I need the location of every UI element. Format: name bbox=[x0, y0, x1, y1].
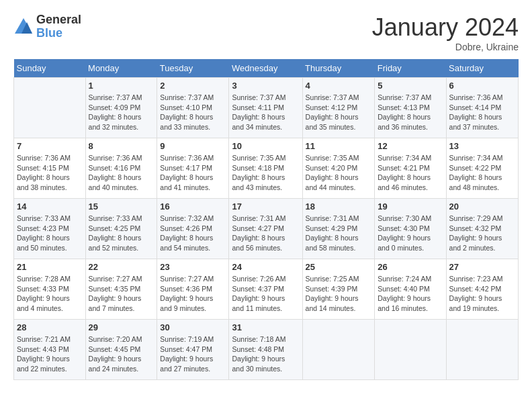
calendar-week-row: 7Sunrise: 7:36 AM Sunset: 4:15 PM Daylig… bbox=[14, 138, 519, 199]
table-row: 11Sunrise: 7:35 AM Sunset: 4:20 PM Dayli… bbox=[302, 138, 375, 199]
day-number: 21 bbox=[17, 262, 83, 272]
day-number: 20 bbox=[449, 201, 515, 212]
day-number: 9 bbox=[160, 141, 226, 151]
day-info: Sunrise: 7:36 AM Sunset: 4:14 PM Dayligh… bbox=[449, 93, 515, 132]
day-info: Sunrise: 7:24 AM Sunset: 4:40 PM Dayligh… bbox=[378, 274, 443, 314]
calendar-header-row: Sunday Monday Tuesday Wednesday Thursday… bbox=[14, 59, 519, 78]
table-row: 6Sunrise: 7:36 AM Sunset: 4:14 PM Daylig… bbox=[446, 78, 518, 138]
location: Dobre, Ukraine bbox=[372, 42, 519, 52]
day-number: 30 bbox=[160, 322, 226, 332]
day-number: 2 bbox=[160, 81, 226, 91]
table-row: 22Sunrise: 7:27 AM Sunset: 4:35 PM Dayli… bbox=[85, 259, 157, 320]
table-row: 23Sunrise: 7:27 AM Sunset: 4:36 PM Dayli… bbox=[157, 259, 229, 320]
table-row: 17Sunrise: 7:31 AM Sunset: 4:27 PM Dayli… bbox=[229, 199, 302, 259]
day-number: 28 bbox=[17, 322, 83, 332]
day-number: 15 bbox=[89, 201, 154, 212]
day-number: 27 bbox=[449, 262, 515, 272]
day-info: Sunrise: 7:36 AM Sunset: 4:15 PM Dayligh… bbox=[17, 153, 83, 193]
day-number: 18 bbox=[306, 201, 372, 212]
table-row: 15Sunrise: 7:33 AM Sunset: 4:25 PM Dayli… bbox=[85, 199, 157, 259]
month-title: January 2024 bbox=[372, 13, 519, 42]
day-info: Sunrise: 7:21 AM Sunset: 4:43 PM Dayligh… bbox=[17, 334, 83, 374]
day-info: Sunrise: 7:34 AM Sunset: 4:22 PM Dayligh… bbox=[449, 153, 515, 193]
day-number: 3 bbox=[232, 81, 299, 91]
day-number: 6 bbox=[449, 81, 515, 91]
table-row: 10Sunrise: 7:35 AM Sunset: 4:18 PM Dayli… bbox=[229, 138, 302, 199]
logo: General Blue bbox=[13, 13, 81, 40]
day-number: 31 bbox=[232, 322, 299, 332]
table-row: 13Sunrise: 7:34 AM Sunset: 4:22 PM Dayli… bbox=[446, 138, 518, 199]
table-row: 21Sunrise: 7:28 AM Sunset: 4:33 PM Dayli… bbox=[14, 259, 86, 320]
table-row: 27Sunrise: 7:23 AM Sunset: 4:42 PM Dayli… bbox=[446, 259, 518, 320]
table-row: 12Sunrise: 7:34 AM Sunset: 4:21 PM Dayli… bbox=[375, 138, 446, 199]
day-info: Sunrise: 7:29 AM Sunset: 4:32 PM Dayligh… bbox=[449, 214, 515, 253]
day-info: Sunrise: 7:28 AM Sunset: 4:33 PM Dayligh… bbox=[17, 274, 83, 314]
day-info: Sunrise: 7:37 AM Sunset: 4:12 PM Dayligh… bbox=[306, 93, 372, 132]
day-info: Sunrise: 7:32 AM Sunset: 4:26 PM Dayligh… bbox=[160, 214, 226, 253]
logo-icon bbox=[13, 17, 34, 37]
table-row bbox=[302, 320, 375, 380]
day-info: Sunrise: 7:33 AM Sunset: 4:23 PM Dayligh… bbox=[17, 214, 83, 253]
day-info: Sunrise: 7:19 AM Sunset: 4:47 PM Dayligh… bbox=[160, 334, 226, 374]
table-row: 25Sunrise: 7:25 AM Sunset: 4:39 PM Dayli… bbox=[302, 259, 375, 320]
day-info: Sunrise: 7:30 AM Sunset: 4:30 PM Dayligh… bbox=[378, 214, 443, 253]
col-friday: Friday bbox=[375, 59, 446, 78]
day-info: Sunrise: 7:37 AM Sunset: 4:11 PM Dayligh… bbox=[232, 93, 299, 132]
col-wednesday: Wednesday bbox=[229, 59, 302, 78]
day-info: Sunrise: 7:34 AM Sunset: 4:21 PM Dayligh… bbox=[378, 153, 443, 193]
day-number: 1 bbox=[89, 81, 154, 91]
day-number: 16 bbox=[160, 201, 226, 212]
calendar-week-row: 21Sunrise: 7:28 AM Sunset: 4:33 PM Dayli… bbox=[14, 259, 519, 320]
day-info: Sunrise: 7:35 AM Sunset: 4:20 PM Dayligh… bbox=[306, 153, 372, 193]
day-info: Sunrise: 7:33 AM Sunset: 4:25 PM Dayligh… bbox=[89, 214, 154, 253]
logo-general: General bbox=[36, 13, 81, 27]
day-info: Sunrise: 7:36 AM Sunset: 4:17 PM Dayligh… bbox=[160, 153, 226, 193]
table-row bbox=[375, 320, 446, 380]
calendar-week-row: 28Sunrise: 7:21 AM Sunset: 4:43 PM Dayli… bbox=[14, 320, 519, 380]
day-info: Sunrise: 7:26 AM Sunset: 4:37 PM Dayligh… bbox=[232, 274, 299, 314]
day-number: 17 bbox=[232, 201, 299, 212]
day-info: Sunrise: 7:31 AM Sunset: 4:29 PM Dayligh… bbox=[306, 214, 372, 253]
col-tuesday: Tuesday bbox=[157, 59, 229, 78]
col-sunday: Sunday bbox=[14, 59, 86, 78]
table-row: 30Sunrise: 7:19 AM Sunset: 4:47 PM Dayli… bbox=[157, 320, 229, 380]
table-row: 2Sunrise: 7:37 AM Sunset: 4:10 PM Daylig… bbox=[157, 78, 229, 138]
table-row: 4Sunrise: 7:37 AM Sunset: 4:12 PM Daylig… bbox=[302, 78, 375, 138]
title-block: January 2024 Dobre, Ukraine bbox=[372, 13, 519, 52]
col-thursday: Thursday bbox=[302, 59, 375, 78]
day-number: 7 bbox=[17, 141, 83, 151]
table-row bbox=[446, 320, 518, 380]
day-info: Sunrise: 7:18 AM Sunset: 4:48 PM Dayligh… bbox=[232, 334, 299, 374]
table-row: 29Sunrise: 7:20 AM Sunset: 4:45 PM Dayli… bbox=[85, 320, 157, 380]
calendar-week-row: 14Sunrise: 7:33 AM Sunset: 4:23 PM Dayli… bbox=[14, 199, 519, 259]
table-row: 18Sunrise: 7:31 AM Sunset: 4:29 PM Dayli… bbox=[302, 199, 375, 259]
day-info: Sunrise: 7:27 AM Sunset: 4:36 PM Dayligh… bbox=[160, 274, 226, 314]
day-info: Sunrise: 7:35 AM Sunset: 4:18 PM Dayligh… bbox=[232, 153, 299, 193]
col-saturday: Saturday bbox=[446, 59, 518, 78]
table-row: 28Sunrise: 7:21 AM Sunset: 4:43 PM Dayli… bbox=[14, 320, 86, 380]
table-row bbox=[14, 78, 86, 138]
table-row: 7Sunrise: 7:36 AM Sunset: 4:15 PM Daylig… bbox=[14, 138, 86, 199]
day-number: 19 bbox=[378, 201, 443, 212]
table-row: 5Sunrise: 7:37 AM Sunset: 4:13 PM Daylig… bbox=[375, 78, 446, 138]
day-number: 10 bbox=[232, 141, 299, 151]
day-info: Sunrise: 7:37 AM Sunset: 4:09 PM Dayligh… bbox=[89, 93, 154, 132]
logo-blue: Blue bbox=[36, 27, 81, 40]
day-number: 13 bbox=[449, 141, 515, 151]
day-number: 29 bbox=[89, 322, 154, 332]
table-row: 14Sunrise: 7:33 AM Sunset: 4:23 PM Dayli… bbox=[14, 199, 86, 259]
calendar-table: Sunday Monday Tuesday Wednesday Thursday… bbox=[13, 59, 519, 380]
day-info: Sunrise: 7:37 AM Sunset: 4:13 PM Dayligh… bbox=[378, 93, 443, 132]
day-number: 5 bbox=[378, 81, 443, 91]
day-info: Sunrise: 7:27 AM Sunset: 4:35 PM Dayligh… bbox=[89, 274, 154, 314]
day-number: 4 bbox=[306, 81, 372, 91]
page-header: General Blue January 2024 Dobre, Ukraine bbox=[13, 13, 519, 52]
table-row: 31Sunrise: 7:18 AM Sunset: 4:48 PM Dayli… bbox=[229, 320, 302, 380]
calendar-week-row: 1Sunrise: 7:37 AM Sunset: 4:09 PM Daylig… bbox=[14, 78, 519, 138]
table-row: 1Sunrise: 7:37 AM Sunset: 4:09 PM Daylig… bbox=[85, 78, 157, 138]
day-info: Sunrise: 7:20 AM Sunset: 4:45 PM Dayligh… bbox=[89, 334, 154, 374]
day-number: 8 bbox=[89, 141, 154, 151]
day-info: Sunrise: 7:31 AM Sunset: 4:27 PM Dayligh… bbox=[232, 214, 299, 253]
day-info: Sunrise: 7:25 AM Sunset: 4:39 PM Dayligh… bbox=[306, 274, 372, 314]
table-row: 26Sunrise: 7:24 AM Sunset: 4:40 PM Dayli… bbox=[375, 259, 446, 320]
